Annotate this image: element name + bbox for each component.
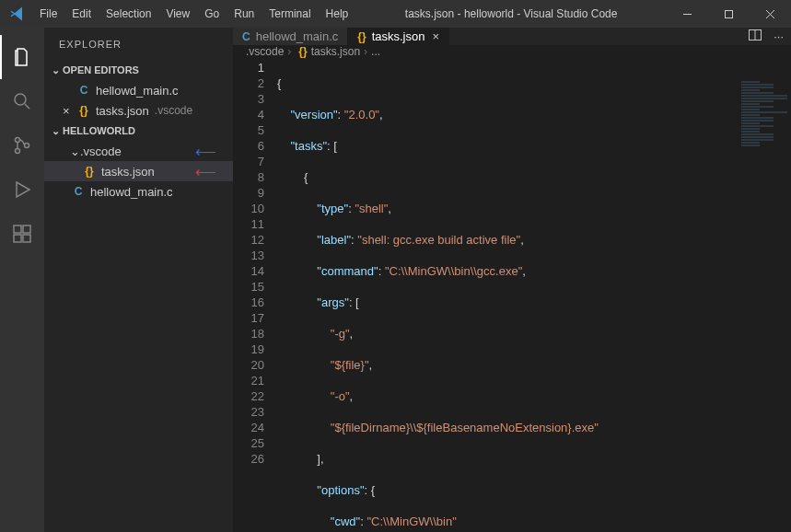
c-file-icon: C <box>76 84 92 97</box>
menu-view[interactable]: View <box>158 0 197 28</box>
svg-line-5 <box>25 104 29 109</box>
breadcrumb-dir[interactable]: .vscode <box>246 45 284 58</box>
minimize-button[interactable] <box>667 0 708 28</box>
file-hellowd-main[interactable]: C hellowd_main.c <box>44 181 233 202</box>
menu-go[interactable]: Go <box>197 0 227 28</box>
svg-point-7 <box>16 149 20 154</box>
tab-label: hellowd_main.c <box>256 29 339 43</box>
editor-group: C hellowd_main.c {} tasks.json × ··· .vs… <box>233 28 791 532</box>
workspace-header[interactable]: ⌄ HELLOWORLD <box>44 121 233 141</box>
split-editor-icon[interactable] <box>748 28 762 45</box>
json-file-icon: {} <box>298 45 307 58</box>
c-file-icon: C <box>70 185 87 198</box>
svg-rect-12 <box>23 226 30 233</box>
annotation-arrow-blue: ⟵ <box>195 143 216 160</box>
explorer-sidebar: EXPLORER ⌄ OPEN EDITORS C hellowd_main.c… <box>44 28 233 532</box>
folder-label: .vscode <box>80 145 122 158</box>
maximize-button[interactable] <box>708 0 750 28</box>
menubar: File Edit Selection View Go Run Terminal… <box>32 0 355 28</box>
svg-rect-9 <box>14 226 21 233</box>
tab-label: tasks.json <box>372 29 425 43</box>
svg-point-8 <box>25 144 29 148</box>
json-file-icon: {} <box>357 30 366 43</box>
json-file-icon: {} <box>81 165 98 178</box>
chevron-down-icon: ⌄ <box>70 145 80 158</box>
explorer-title: EXPLORER <box>44 28 233 60</box>
chevron-down-icon: ⌄ <box>48 64 63 76</box>
menu-file[interactable]: File <box>32 0 64 28</box>
open-editors-label: OPEN EDITORS <box>63 64 139 75</box>
annotation-arrow-red: ⟵ <box>195 163 216 180</box>
menu-selection[interactable]: Selection <box>99 0 158 28</box>
menu-run[interactable]: Run <box>227 0 262 28</box>
svg-rect-10 <box>14 235 21 242</box>
json-file-icon: {} <box>76 104 92 117</box>
menu-edit[interactable]: Edit <box>64 0 99 28</box>
activity-run-debug[interactable] <box>0 168 44 212</box>
activity-source-control[interactable] <box>0 123 44 168</box>
breadcrumb-file[interactable]: tasks.json <box>311 45 360 58</box>
titlebar: File Edit Selection View Go Run Terminal… <box>0 0 791 28</box>
chevron-right-icon: › <box>287 45 291 58</box>
menu-terminal[interactable]: Terminal <box>262 0 318 28</box>
close-icon[interactable]: × <box>63 104 76 118</box>
folder-vscode[interactable]: ⌄ .vscode ⟵ <box>44 141 233 161</box>
file-label: hellowd_main.c <box>96 84 179 98</box>
file-label: hellowd_main.c <box>90 185 173 199</box>
open-editor-tasks[interactable]: × {} tasks.json .vscode <box>44 100 233 121</box>
svg-point-6 <box>16 138 20 143</box>
vscode-logo-icon <box>0 6 32 21</box>
svg-rect-1 <box>726 10 733 17</box>
breadcrumbs[interactable]: .vscode › {} tasks.json › ... <box>233 45 791 58</box>
chevron-right-icon: › <box>364 45 367 58</box>
close-button[interactable] <box>750 0 791 28</box>
file-label: tasks.json <box>101 165 155 179</box>
breadcrumb-tail: ... <box>371 45 380 58</box>
svg-rect-11 <box>23 235 30 242</box>
tab-tasks[interactable]: {} tasks.json × <box>348 28 449 45</box>
line-number-gutter: 1234567891011121314151617181920212223242… <box>233 58 277 532</box>
file-tasks-json[interactable]: {} tasks.json ⟵ <box>44 161 233 181</box>
more-actions-icon[interactable]: ··· <box>774 29 784 43</box>
open-editor-hellowd[interactable]: C hellowd_main.c <box>44 80 233 100</box>
code-editor[interactable]: 1234567891011121314151617181920212223242… <box>233 58 791 532</box>
window-controls <box>667 0 791 28</box>
workspace-label: HELLOWORLD <box>63 125 135 136</box>
activity-search[interactable] <box>0 79 44 123</box>
chevron-down-icon: ⌄ <box>48 125 63 137</box>
activity-bar <box>0 28 44 532</box>
code-content[interactable]: { "version": "2.0.0", "tasks": [ { "type… <box>277 58 791 532</box>
file-desc: .vscode <box>155 104 192 117</box>
tab-hellowd[interactable]: C hellowd_main.c <box>233 28 348 45</box>
activity-explorer[interactable] <box>0 35 44 79</box>
tab-actions: ··· <box>748 28 791 45</box>
close-icon[interactable]: × <box>432 29 439 43</box>
menu-help[interactable]: Help <box>319 0 356 28</box>
c-file-icon: C <box>242 30 250 43</box>
open-editors-header[interactable]: ⌄ OPEN EDITORS <box>44 60 233 80</box>
window-title: tasks.json - helloworld - Visual Studio … <box>355 7 667 20</box>
tab-strip: C hellowd_main.c {} tasks.json × ··· <box>233 28 791 45</box>
file-label: tasks.json <box>96 104 149 118</box>
activity-extensions[interactable] <box>0 212 44 256</box>
svg-point-4 <box>15 94 26 105</box>
